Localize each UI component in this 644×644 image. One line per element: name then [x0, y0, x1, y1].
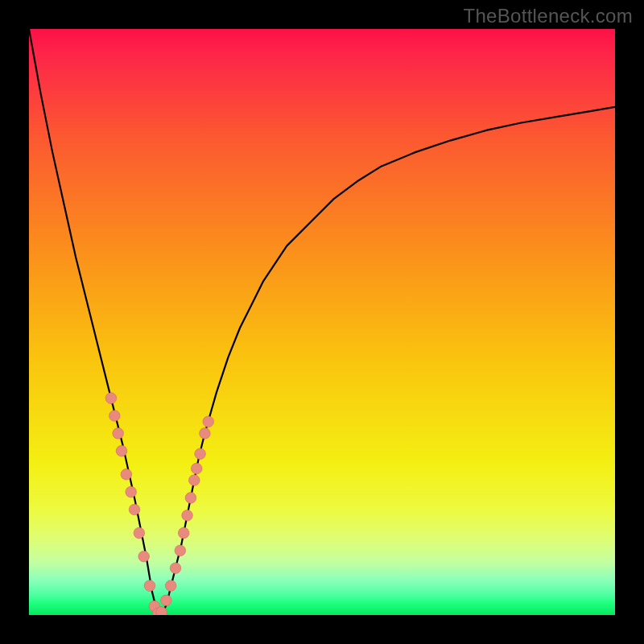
dot	[170, 563, 181, 574]
dot	[138, 551, 150, 562]
dot	[105, 393, 117, 404]
outer-frame: TheBottleneck.com	[0, 0, 644, 644]
dot	[126, 486, 137, 497]
dot	[144, 580, 155, 592]
dot	[165, 580, 176, 592]
dot	[191, 463, 202, 474]
dot	[116, 445, 127, 456]
watermark-text: TheBottleneck.com	[463, 5, 633, 27]
dot	[156, 607, 167, 615]
dot	[203, 416, 214, 427]
dot	[109, 411, 120, 422]
dot	[121, 469, 132, 480]
dot	[195, 448, 206, 460]
dot	[200, 428, 211, 440]
dot	[134, 527, 145, 539]
dot	[129, 504, 140, 515]
dot	[161, 595, 172, 606]
dot	[175, 545, 186, 556]
dot	[189, 475, 200, 486]
dot	[185, 493, 196, 504]
sample-dots	[105, 393, 213, 615]
plot-area	[29, 29, 615, 615]
chart-svg	[29, 29, 615, 615]
dot	[113, 428, 124, 440]
bottleneck-curve	[29, 29, 615, 614]
dot	[182, 510, 193, 521]
dot	[178, 527, 189, 539]
